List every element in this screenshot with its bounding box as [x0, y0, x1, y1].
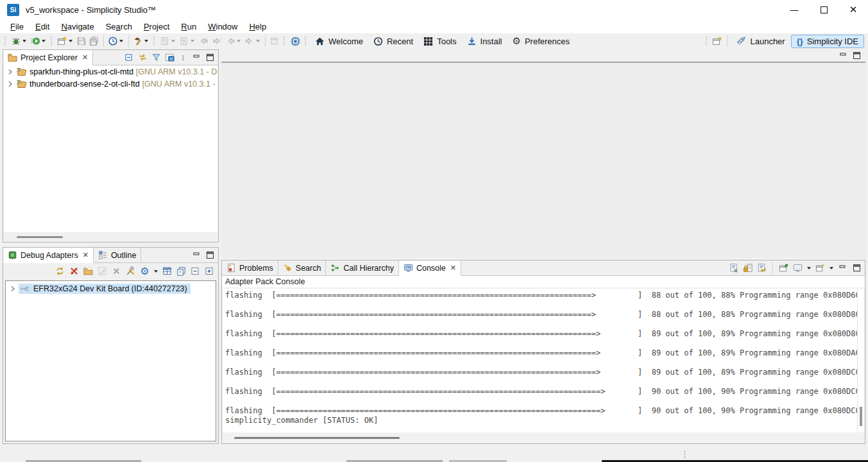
run-button[interactable]: [29, 34, 48, 48]
menu-window[interactable]: Window: [202, 21, 243, 33]
minimize-view-button[interactable]: [191, 249, 203, 261]
build-button[interactable]: [132, 34, 151, 48]
pin-console-button[interactable]: [778, 262, 790, 274]
tools-button[interactable]: Tools: [418, 34, 461, 48]
forward-history-button-disabled[interactable]: [243, 34, 262, 48]
adapter-row[interactable]: EFR32xG24 Dev Kit Board (ID:440272723): [6, 282, 216, 295]
scrollbar-thumb[interactable]: [17, 236, 63, 238]
adapter-settings-caret[interactable]: [154, 270, 158, 273]
close-tab-icon[interactable]: ✕: [450, 264, 456, 272]
menu-help[interactable]: Help: [243, 21, 272, 33]
perspective-simplicity-ide-button[interactable]: {} Simplicity IDE: [791, 35, 864, 48]
collapse-all-button[interactable]: [123, 51, 135, 64]
close-tab-icon[interactable]: ✕: [83, 251, 89, 259]
minimize-view-button[interactable]: [837, 262, 849, 274]
menu-navigate[interactable]: Navigate: [55, 21, 99, 33]
menu-run[interactable]: Run: [175, 21, 202, 33]
new-wizard-button[interactable]: [56, 34, 75, 48]
link-with-editor-button[interactable]: [137, 51, 149, 64]
maximize-view-button[interactable]: [851, 49, 863, 62]
commit-button-disabled[interactable]: [158, 34, 178, 48]
update-dropdown-caret[interactable]: [119, 40, 123, 42]
scroll-lock-button[interactable]: [742, 262, 754, 274]
filter-button[interactable]: [150, 51, 162, 64]
maximize-view-button[interactable]: [204, 51, 216, 64]
tab-console[interactable]: Console ✕: [399, 261, 461, 276]
update-project-dropdown-caret[interactable]: [191, 40, 194, 42]
expand-chevron-icon[interactable]: [7, 81, 13, 87]
new-group-button[interactable]: [82, 265, 94, 277]
tab-debug-adapters[interactable]: Debug Adapters ✕: [3, 248, 94, 263]
expand-chevron-icon[interactable]: [10, 286, 16, 292]
rename-adapter-button-disabled[interactable]: [96, 265, 108, 277]
copy-view-button[interactable]: [175, 265, 187, 277]
open-console-button[interactable]: [814, 262, 826, 274]
select-device-button[interactable]: [289, 34, 302, 48]
expand-chevron-icon[interactable]: [7, 69, 13, 75]
open-perspective-button[interactable]: [711, 34, 724, 48]
save-button[interactable]: [75, 34, 88, 48]
new-wizard-dropdown-caret[interactable]: [69, 40, 72, 42]
commit-dropdown-caret[interactable]: [171, 40, 175, 42]
next-edit-forward-button-disabled[interactable]: [210, 34, 224, 48]
tab-problems[interactable]: ! Problems: [222, 261, 278, 275]
console-output[interactable]: flashing [==============================…: [223, 289, 857, 432]
maximize-window-button[interactable]: [809, 0, 838, 19]
perspective-launcher-button[interactable]: Launcher: [730, 34, 790, 48]
project-row[interactable]: cthunderboard-sense-2-ot-cli-ftd[GNU ARM…: [4, 78, 217, 90]
open-console-caret[interactable]: [830, 267, 833, 270]
minimize-view-icon: [840, 53, 847, 59]
expand-all-button[interactable]: [203, 265, 216, 277]
adapter-settings-button[interactable]: ⚙: [139, 265, 151, 277]
menu-project[interactable]: Project: [138, 21, 175, 33]
update-software-button[interactable]: [106, 34, 126, 48]
preferences-button[interactable]: ⚙ Preferences: [507, 34, 575, 48]
update-project-button-disabled[interactable]: [178, 34, 197, 48]
scrollbar-thumb[interactable]: [860, 407, 862, 426]
si-view-button[interactable]: si: [164, 51, 176, 64]
tab-search[interactable]: Search: [278, 261, 327, 275]
back-history-button-disabled[interactable]: [224, 34, 243, 48]
view-menu-button[interactable]: ⁝: [177, 51, 189, 64]
save-all-button[interactable]: [88, 34, 101, 48]
welcome-button[interactable]: Welcome: [310, 34, 368, 48]
project-explorer-hscrollbar[interactable]: [4, 232, 217, 241]
scrollbar-thumb[interactable]: [234, 437, 400, 439]
project-row[interactable]: csparkfun-thing-plus-ot-cli-mtd[GNU ARM …: [4, 65, 217, 78]
tab-project-explorer[interactable]: Project Explorer ✕: [3, 50, 93, 65]
debug-button[interactable]: [10, 34, 29, 48]
display-console-caret[interactable]: [807, 267, 811, 270]
table-view-button[interactable]: [161, 265, 173, 277]
activate-on-output-button[interactable]: [756, 262, 768, 274]
tab-call-hierarchy[interactable]: Call Hierarchy: [326, 261, 399, 275]
collapse-all-button[interactable]: [189, 265, 201, 277]
pin-editor-button-disabled[interactable]: [268, 34, 281, 48]
maximize-view-button[interactable]: [851, 262, 863, 274]
close-tab-icon[interactable]: ✕: [82, 53, 88, 62]
console-hscrollbar[interactable]: [223, 433, 864, 443]
close-window-button[interactable]: ✕: [838, 0, 868, 19]
menu-edit[interactable]: Edit: [30, 21, 55, 33]
maximize-view-button[interactable]: [204, 249, 216, 261]
minimize-view-button[interactable]: [837, 49, 849, 62]
install-button[interactable]: Install: [462, 34, 507, 48]
back-history-caret[interactable]: [237, 40, 241, 42]
run-dropdown-caret[interactable]: [42, 40, 46, 42]
debug-dropdown-caret[interactable]: [22, 40, 26, 42]
build-dropdown-caret[interactable]: [144, 40, 148, 42]
minimize-view-button[interactable]: [191, 51, 203, 64]
delete-adapter-button-disabled[interactable]: [110, 265, 123, 277]
disconnect-adapter-button[interactable]: [68, 265, 80, 277]
last-edit-back-button-disabled[interactable]: [197, 34, 210, 48]
clear-console-button[interactable]: [728, 262, 740, 274]
minimize-window-button[interactable]: —: [779, 0, 809, 19]
connect-adapter-button[interactable]: [54, 265, 66, 277]
tab-outline[interactable]: Outline: [94, 248, 142, 262]
menu-file[interactable]: File: [4, 21, 30, 33]
menu-search[interactable]: Search: [100, 21, 138, 33]
adapter-tools-button[interactable]: [124, 265, 137, 277]
console-vscrollbar[interactable]: [857, 289, 864, 432]
recent-button[interactable]: Recent: [368, 34, 418, 48]
forward-history-caret[interactable]: [256, 40, 260, 42]
display-selected-console-button[interactable]: [792, 262, 804, 274]
